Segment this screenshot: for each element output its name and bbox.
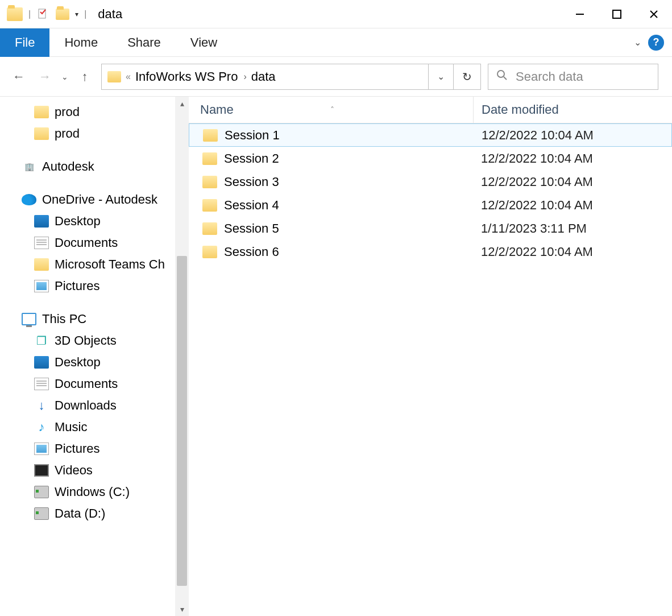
breadcrumb-label: InfoWorks WS Pro: [135, 69, 238, 84]
file-row[interactable]: Session 51/11/2023 3:11 PM: [189, 217, 672, 240]
file-name: Session 4: [224, 198, 279, 213]
column-header-date[interactable]: Date modified: [473, 97, 672, 123]
doc-icon: [34, 378, 49, 390]
file-date: 12/2/2022 10:04 AM: [474, 128, 671, 143]
music-icon: ♪: [34, 421, 49, 433]
tree-label: prod: [55, 126, 80, 141]
tree-item[interactable]: Pictures: [0, 438, 189, 460]
file-list-pane: Name ˄ Date modified Session 112/2/2022 …: [189, 97, 672, 616]
drive-icon: [34, 486, 49, 498]
back-button[interactable]: ←: [9, 67, 28, 86]
tree-item[interactable]: This PC: [0, 308, 189, 330]
desktop-icon: [34, 215, 49, 228]
autodesk-icon: 🏢: [22, 160, 36, 173]
column-label: Name: [200, 102, 234, 117]
refresh-button[interactable]: ↻: [453, 64, 480, 89]
qat-separator: |: [28, 9, 31, 19]
tree-item[interactable]: Microsoft Teams Ch: [0, 254, 189, 275]
forward-button[interactable]: →: [35, 67, 55, 86]
tree-label: This PC: [42, 312, 86, 326]
up-button[interactable]: ↑: [75, 67, 94, 86]
tab-home[interactable]: Home: [49, 28, 113, 57]
folder-icon: [203, 129, 218, 142]
minimize-button[interactable]: [561, 0, 598, 28]
file-row[interactable]: Session 112/2/2022 10:04 AM: [189, 123, 672, 147]
svg-line-6: [504, 77, 507, 80]
tree-item[interactable]: ↓Downloads: [0, 395, 189, 416]
tree-label: Documents: [55, 235, 118, 250]
tree-item[interactable]: Documents: [0, 373, 189, 395]
tree-item[interactable]: Documents: [0, 232, 189, 254]
close-button[interactable]: [635, 0, 672, 28]
file-row[interactable]: Session 612/2/2022 10:04 AM: [189, 240, 672, 263]
address-bar[interactable]: « InfoWorks WS Pro › data ⌄ ↻: [101, 64, 481, 90]
pic-icon: [34, 443, 49, 455]
tab-view[interactable]: View: [176, 28, 232, 57]
title-separator: |: [84, 9, 86, 19]
address-overflow[interactable]: «: [126, 72, 131, 82]
file-date: 12/2/2022 10:04 AM: [473, 175, 672, 189]
maximize-button[interactable]: [598, 0, 635, 28]
tree-label: Music: [55, 420, 87, 435]
properties-icon[interactable]: [36, 7, 50, 21]
pic-icon: [34, 280, 49, 292]
file-date: 12/2/2022 10:04 AM: [473, 151, 672, 166]
address-folder-icon: [107, 71, 121, 82]
tree-item[interactable]: Desktop: [0, 210, 189, 232]
window-controls: [561, 0, 672, 28]
list-header: Name ˄ Date modified: [189, 97, 672, 123]
folder-icon: [202, 152, 217, 165]
sidebar-scrollbar[interactable]: ▴ ▾: [175, 97, 189, 616]
folder-icon: [34, 127, 49, 140]
ribbon-collapse-icon[interactable]: ⌄: [634, 37, 641, 48]
tree-item[interactable]: Data (D:): [0, 503, 189, 524]
breadcrumb-segment-1[interactable]: data: [251, 69, 276, 84]
tree-item[interactable]: prod: [0, 123, 189, 144]
tree-item[interactable]: 🏢Autodesk: [0, 156, 189, 177]
chevron-right-icon[interactable]: ›: [243, 72, 246, 82]
tree-item[interactable]: prod: [0, 101, 189, 123]
title-bar: | ▾ | data: [0, 0, 672, 28]
svg-point-5: [497, 71, 504, 77]
tree-label: Documents: [55, 377, 118, 391]
tree-label: 3D Objects: [55, 333, 117, 348]
new-folder-icon[interactable]: [56, 9, 69, 20]
tree-item[interactable]: OneDrive - Autodesk: [0, 189, 189, 210]
system-folder-icon[interactable]: [7, 7, 23, 21]
cube-icon: ❐: [34, 334, 49, 347]
tab-share[interactable]: Share: [113, 28, 176, 57]
folder-icon: [202, 176, 217, 188]
file-row[interactable]: Session 212/2/2022 10:04 AM: [189, 147, 672, 170]
tree-item[interactable]: Windows (C:): [0, 481, 189, 503]
tree-label: Downloads: [55, 398, 117, 413]
scroll-up-icon[interactable]: ▴: [175, 99, 189, 108]
scrollbar-thumb[interactable]: [177, 256, 187, 586]
recent-locations-dropdown[interactable]: ⌄: [61, 72, 68, 81]
tree-item[interactable]: Pictures: [0, 275, 189, 297]
sort-ascending-icon: ˄: [330, 105, 334, 114]
explorer-body: prodprod🏢AutodeskOneDrive - AutodeskDesk…: [0, 97, 672, 616]
qat-customize-dropdown[interactable]: ▾: [75, 10, 78, 18]
folder-icon: [202, 199, 217, 212]
search-input[interactable]: [516, 69, 650, 84]
video-icon: [34, 464, 49, 477]
file-row[interactable]: Session 412/2/2022 10:04 AM: [189, 193, 672, 217]
help-icon[interactable]: ?: [648, 35, 664, 51]
address-history-dropdown[interactable]: ⌄: [428, 64, 453, 89]
breadcrumb-segment-0[interactable]: InfoWorks WS Pro ›: [135, 69, 247, 84]
scroll-down-icon[interactable]: ▾: [175, 605, 189, 614]
file-list[interactable]: Session 112/2/2022 10:04 AMSession 212/2…: [189, 123, 672, 616]
search-box[interactable]: [488, 64, 658, 90]
tree-item[interactable]: Videos: [0, 460, 189, 481]
tree-item[interactable]: ❐3D Objects: [0, 330, 189, 352]
address-breadcrumbs[interactable]: « InfoWorks WS Pro › data: [102, 69, 428, 84]
tree-label: Windows (C:): [55, 485, 130, 499]
folder-icon: [34, 106, 49, 118]
file-row[interactable]: Session 312/2/2022 10:04 AM: [189, 170, 672, 193]
column-header-name[interactable]: Name ˄: [189, 97, 473, 123]
tab-file[interactable]: File: [0, 28, 49, 57]
ribbon-tabs: File Home Share View ⌄ ?: [0, 28, 672, 57]
tree-item[interactable]: Desktop: [0, 352, 189, 373]
tree-item[interactable]: ♪Music: [0, 416, 189, 438]
search-icon: [496, 69, 508, 84]
